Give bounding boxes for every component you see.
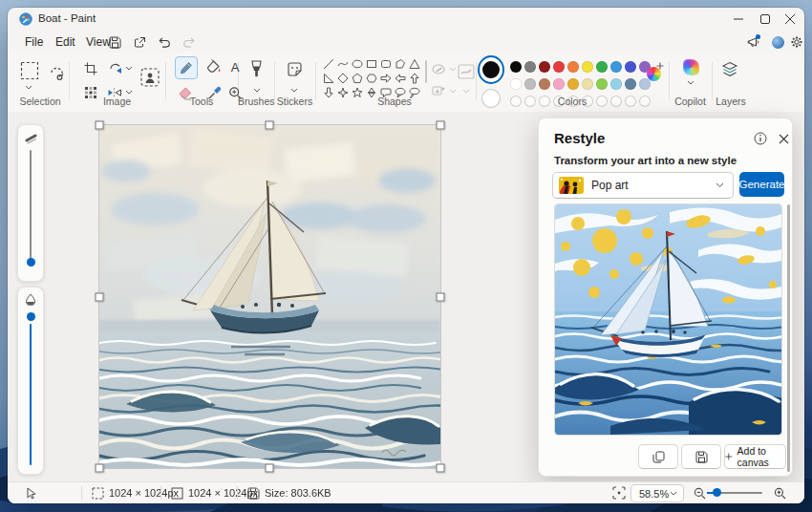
opacity-slider-thumb[interactable] bbox=[27, 312, 35, 321]
color1-swatch[interactable] bbox=[478, 56, 504, 83]
opacity-slider-track[interactable] bbox=[30, 324, 32, 465]
selection-handle-e[interactable] bbox=[437, 293, 445, 302]
copilot-chevron-icon[interactable] bbox=[686, 78, 695, 86]
arrow-right-shape-icon[interactable] bbox=[378, 71, 393, 85]
palette-swatch[interactable] bbox=[553, 78, 565, 90]
palette-swatch[interactable] bbox=[582, 78, 593, 90]
selection-handle-ne[interactable] bbox=[437, 121, 445, 130]
selection-handle-sw[interactable] bbox=[96, 464, 104, 473]
remove-background-icon[interactable] bbox=[139, 66, 161, 89]
copy-result-button[interactable] bbox=[638, 444, 678, 469]
size-slider-thumb[interactable] bbox=[27, 258, 35, 267]
zoom-slider-thumb[interactable] bbox=[713, 488, 721, 497]
group-label-copilot: Copilot bbox=[669, 96, 712, 107]
polygon-shape-icon[interactable] bbox=[393, 56, 407, 71]
canvas[interactable] bbox=[98, 124, 441, 469]
triangle-shape-icon[interactable] bbox=[407, 56, 421, 71]
flip-chevron-icon[interactable] bbox=[124, 88, 134, 96]
shape-style-icon[interactable] bbox=[457, 62, 476, 81]
palette-swatch[interactable] bbox=[625, 61, 636, 73]
rotate-chevron-icon[interactable] bbox=[124, 64, 134, 72]
palette-swatch[interactable] bbox=[596, 78, 608, 90]
pencil-tool-icon[interactable] bbox=[175, 56, 198, 79]
selection-chevron-icon[interactable] bbox=[22, 83, 35, 91]
arrow-left-shape-icon[interactable] bbox=[393, 71, 407, 85]
maximize-button[interactable] bbox=[753, 10, 778, 29]
palette-swatch[interactable] bbox=[524, 78, 536, 90]
selection-handle-nw[interactable] bbox=[96, 121, 104, 130]
restyled-preview-image bbox=[555, 204, 781, 435]
selection-size-icon bbox=[92, 487, 104, 500]
feedback-megaphone-icon[interactable] bbox=[745, 34, 762, 50]
text-tool-icon[interactable]: A bbox=[226, 58, 244, 75]
palette-swatch[interactable] bbox=[553, 61, 565, 73]
selection-handle-s[interactable] bbox=[266, 464, 274, 473]
brushes-icon[interactable] bbox=[246, 58, 266, 79]
copilot-icon[interactable] bbox=[681, 57, 700, 76]
palette-swatch[interactable] bbox=[610, 78, 622, 90]
arrow-up-shape-icon[interactable] bbox=[407, 71, 421, 85]
cursor-position-icon bbox=[25, 486, 38, 500]
zoom-out-icon[interactable] bbox=[692, 485, 707, 501]
hexagon-shape-icon[interactable] bbox=[364, 71, 378, 85]
curve-shape-icon[interactable] bbox=[335, 56, 350, 71]
undo-icon[interactable] bbox=[157, 34, 172, 50]
selection-handle-n[interactable] bbox=[266, 121, 274, 130]
zoom-level-dropdown[interactable]: 58.5% bbox=[630, 484, 684, 502]
style-dropdown[interactable]: Pop art bbox=[552, 172, 734, 199]
settings-gear-icon[interactable] bbox=[789, 34, 804, 50]
save-icon[interactable] bbox=[107, 34, 122, 50]
zoom-level-value: 58.5% bbox=[639, 488, 669, 500]
selection-handle-se[interactable] bbox=[437, 464, 445, 473]
shape-outline-icon[interactable] bbox=[431, 62, 446, 75]
free-select-icon[interactable] bbox=[46, 62, 67, 83]
shapes-scrollbar[interactable] bbox=[425, 60, 427, 83]
palette-swatch[interactable] bbox=[524, 61, 536, 73]
stickers-icon[interactable] bbox=[285, 58, 304, 79]
fill-tool-icon[interactable] bbox=[205, 58, 223, 75]
minimize-button[interactable] bbox=[726, 10, 751, 29]
palette-swatch[interactable] bbox=[610, 61, 622, 73]
pentagon-shape-icon[interactable] bbox=[350, 71, 364, 85]
brushes-chevron-icon[interactable] bbox=[252, 86, 262, 94]
palette-swatch[interactable] bbox=[539, 78, 550, 90]
right-triangle-shape-icon[interactable] bbox=[321, 71, 335, 85]
stickers-chevron-icon[interactable] bbox=[289, 86, 299, 94]
edit-colors-icon[interactable] bbox=[644, 64, 663, 83]
share-icon[interactable] bbox=[132, 34, 147, 50]
account-globe-icon[interactable] bbox=[770, 34, 785, 50]
crop-icon[interactable] bbox=[82, 60, 99, 77]
redo-icon[interactable] bbox=[182, 34, 197, 50]
add-to-canvas-button[interactable]: Add to canvas bbox=[724, 444, 786, 469]
desktop-wallpaper: Boat - Paint File Edit View bbox=[0, 0, 812, 512]
shape-fill-chevron-icon[interactable] bbox=[448, 87, 458, 95]
zoom-in-icon[interactable] bbox=[772, 485, 787, 501]
shape-style-chevron-icon[interactable] bbox=[461, 87, 471, 95]
palette-swatch[interactable] bbox=[582, 61, 593, 73]
palette-swatch[interactable] bbox=[625, 78, 636, 90]
generate-button[interactable]: Generate bbox=[739, 172, 784, 197]
line-shape-icon[interactable] bbox=[321, 56, 335, 71]
selection-handle-w[interactable] bbox=[96, 293, 104, 302]
palette-swatch[interactable] bbox=[539, 61, 550, 73]
size-slider-track[interactable] bbox=[30, 150, 32, 261]
style-selected-value: Pop art bbox=[591, 179, 629, 192]
palette-swatch[interactable] bbox=[596, 61, 608, 73]
panel-scrollbar[interactable] bbox=[787, 204, 790, 472]
diamond-shape-icon[interactable] bbox=[335, 71, 350, 85]
palette-swatch[interactable] bbox=[567, 61, 579, 73]
rotate-icon[interactable] bbox=[106, 60, 123, 77]
info-icon[interactable] bbox=[753, 131, 768, 146]
close-button[interactable] bbox=[778, 10, 802, 29]
palette-swatch[interactable] bbox=[510, 61, 522, 73]
panel-close-icon[interactable] bbox=[776, 131, 791, 146]
ellipse-shape-icon[interactable] bbox=[350, 56, 364, 71]
palette-swatch[interactable] bbox=[510, 78, 522, 90]
save-result-button[interactable] bbox=[681, 444, 721, 469]
rectangle-shape-icon[interactable] bbox=[364, 56, 378, 71]
rounded-rectangle-shape-icon[interactable] bbox=[378, 56, 393, 71]
layers-icon[interactable] bbox=[719, 59, 740, 80]
fit-to-screen-icon[interactable] bbox=[611, 485, 627, 501]
palette-swatch[interactable] bbox=[567, 78, 579, 90]
rectangle-select-icon[interactable] bbox=[18, 59, 41, 82]
